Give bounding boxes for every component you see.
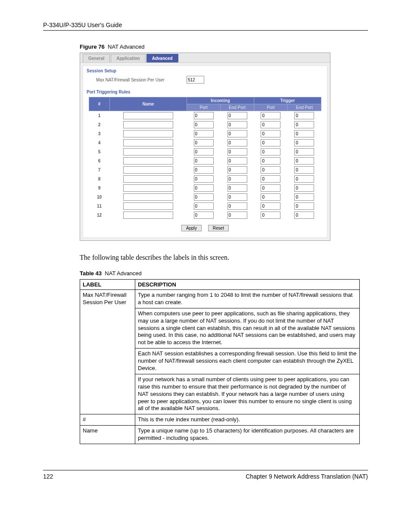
incoming-end-port-input[interactable]	[227, 184, 247, 192]
table-row: 5	[89, 147, 321, 156]
row-index: 7	[89, 165, 110, 174]
description-cell: If your network has a small number of cl…	[135, 374, 360, 414]
incoming-end-port-input[interactable]	[227, 212, 247, 219]
incoming-port-input[interactable]	[194, 202, 214, 210]
trigger-port-input[interactable]	[261, 166, 280, 174]
col-incoming-port: Port	[187, 104, 221, 111]
tab-advanced[interactable]: Advanced	[146, 54, 178, 62]
reset-button[interactable]: Reset	[208, 225, 229, 231]
trigger-port-input[interactable]	[261, 184, 280, 192]
name-input[interactable]	[123, 175, 173, 183]
incoming-port-input[interactable]	[194, 130, 214, 137]
session-per-user-input[interactable]	[187, 76, 204, 84]
table-title: NAT Advanced	[105, 270, 142, 277]
trigger-port-input[interactable]	[261, 112, 280, 119]
incoming-port-input[interactable]	[194, 184, 214, 192]
name-input[interactable]	[123, 139, 173, 146]
incoming-port-input[interactable]	[194, 148, 214, 156]
name-input[interactable]	[123, 166, 173, 174]
description-cell: When computers use peer to peer applicat…	[135, 308, 360, 348]
row-index: 1	[89, 111, 110, 121]
trigger-end-port-input[interactable]	[294, 148, 314, 156]
trigger-end-port-input[interactable]	[294, 175, 314, 183]
table-row: 12	[89, 211, 321, 220]
port-triggering-heading: Port Triggering Rules	[83, 87, 327, 97]
name-input[interactable]	[123, 157, 173, 165]
incoming-port-input[interactable]	[194, 139, 214, 146]
description-cell: Type a unique name (up to 15 characters)…	[135, 426, 360, 444]
incoming-end-port-input[interactable]	[227, 166, 247, 174]
label-cell: #	[80, 414, 135, 426]
table-row: 8	[89, 174, 321, 184]
name-input[interactable]	[123, 184, 173, 192]
trigger-port-input[interactable]	[261, 212, 280, 219]
trigger-end-port-input[interactable]	[294, 130, 314, 137]
trigger-end-port-input[interactable]	[294, 193, 314, 201]
trigger-port-input[interactable]	[261, 121, 280, 128]
row-index: 4	[89, 138, 110, 147]
incoming-end-port-input[interactable]	[227, 193, 247, 201]
incoming-end-port-input[interactable]	[227, 202, 247, 210]
incoming-port-input[interactable]	[194, 193, 214, 201]
port-triggering-table: # Name Incoming Trigger Port End Port Po…	[89, 97, 321, 220]
trigger-end-port-input[interactable]	[294, 139, 314, 146]
name-input[interactable]	[123, 130, 173, 137]
incoming-end-port-input[interactable]	[227, 157, 247, 165]
name-input[interactable]	[123, 121, 173, 128]
incoming-end-port-input[interactable]	[227, 130, 247, 137]
incoming-port-input[interactable]	[194, 112, 214, 119]
incoming-port-input[interactable]	[194, 166, 214, 174]
col-incoming-end-port: End Port	[221, 104, 254, 111]
tab-general[interactable]: General	[83, 54, 110, 62]
incoming-end-port-input[interactable]	[227, 121, 247, 128]
col-idx: #	[89, 97, 110, 111]
row-index: 3	[89, 129, 110, 138]
trigger-port-input[interactable]	[261, 202, 280, 210]
trigger-end-port-input[interactable]	[294, 157, 314, 165]
name-input[interactable]	[123, 148, 173, 156]
trigger-port-input[interactable]	[261, 175, 280, 183]
incoming-end-port-input[interactable]	[227, 148, 247, 156]
apply-button[interactable]: Apply	[181, 225, 202, 231]
row-index: 9	[89, 184, 110, 193]
body-paragraph: The following table describes the labels…	[80, 254, 368, 261]
tab-application[interactable]: Application	[111, 54, 145, 62]
incoming-end-port-input[interactable]	[227, 175, 247, 183]
session-setup-heading: Session Setup	[83, 66, 327, 76]
trigger-end-port-input[interactable]	[294, 121, 314, 128]
name-input[interactable]	[123, 202, 173, 210]
row-index: 6	[89, 156, 110, 165]
trigger-port-input[interactable]	[261, 139, 280, 146]
col-trigger-port: Port	[254, 104, 288, 111]
incoming-port-input[interactable]	[194, 175, 214, 183]
trigger-end-port-input[interactable]	[294, 212, 314, 219]
trigger-end-port-input[interactable]	[294, 112, 314, 119]
col-name: Name	[110, 97, 187, 111]
col-description: DESCRIPTION	[135, 280, 360, 290]
incoming-port-input[interactable]	[194, 121, 214, 128]
session-label: Max NAT/Firewall Session Per User	[96, 78, 187, 82]
table-row: 3	[89, 129, 321, 138]
trigger-port-input[interactable]	[261, 130, 280, 137]
name-input[interactable]	[123, 212, 173, 219]
trigger-port-input[interactable]	[261, 157, 280, 165]
incoming-end-port-input[interactable]	[227, 112, 247, 119]
table-row: 10	[89, 193, 321, 202]
row-index: 12	[89, 211, 110, 220]
name-input[interactable]	[123, 112, 173, 119]
row-index: 11	[89, 202, 110, 211]
tab-bar: General Application Advanced	[80, 53, 330, 63]
trigger-port-input[interactable]	[261, 148, 280, 156]
trigger-end-port-input[interactable]	[294, 184, 314, 192]
incoming-port-input[interactable]	[194, 212, 214, 219]
table-row: 4	[89, 138, 321, 147]
chapter-title: Chapter 9 Network Address Translation (N…	[246, 473, 368, 480]
incoming-end-port-input[interactable]	[227, 139, 247, 146]
incoming-port-input[interactable]	[194, 157, 214, 165]
table-row: #This is the rule index number (read-onl…	[80, 414, 360, 426]
col-incoming: Incoming	[187, 97, 254, 104]
name-input[interactable]	[123, 193, 173, 201]
trigger-end-port-input[interactable]	[294, 166, 314, 174]
trigger-end-port-input[interactable]	[294, 202, 314, 210]
trigger-port-input[interactable]	[261, 193, 280, 201]
